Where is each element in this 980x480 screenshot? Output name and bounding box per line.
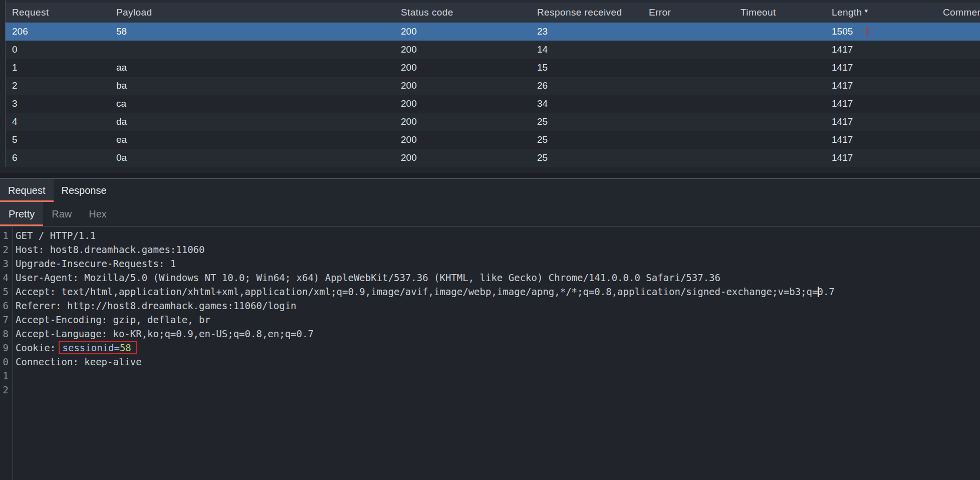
request-line-text: GET / HTTP/1.1 — [9, 230, 96, 241]
line-number: 3 — [0, 257, 9, 271]
column-header-request[interactable]: Request — [0, 7, 116, 18]
accept-header-text-after-caret: 0.7 — [817, 286, 834, 297]
request-line-text: Referer: http://host8.dreamhack.games:11… — [9, 300, 297, 311]
cell-received: 25 — [537, 152, 649, 163]
cell-status: 200 — [401, 44, 537, 55]
cookie-header-name: Cookie: — [16, 342, 62, 353]
line-number: 5 — [0, 285, 9, 299]
cell-payload: da — [116, 116, 401, 127]
request-line: 1GET / HTTP/1.1 — [0, 228, 980, 243]
table-body: 206 58 200 23 1505 0 200 14 1417 1 — [0, 23, 980, 167]
line-number: 1 — [0, 369, 9, 383]
cell-payload: ba — [116, 80, 401, 91]
request-line-text: Accept-Encoding: gzip, deflate, br — [9, 314, 210, 325]
text-caret — [818, 287, 819, 297]
subtab-pretty-label: Pretty — [9, 208, 35, 220]
tab-response[interactable]: Response — [54, 179, 115, 202]
cell-length: 1417 — [832, 116, 943, 127]
cell-request: 5 — [0, 134, 116, 145]
line-number: 2 — [0, 243, 9, 257]
column-header-received[interactable]: Response received — [537, 7, 649, 18]
request-line: 3Upgrade-Insecure-Requests: 1 — [0, 257, 980, 271]
cell-payload: aa — [116, 62, 401, 73]
cell-status: 200 — [401, 62, 537, 73]
request-line: 8Accept-Language: ko-KR,ko;q=0.9,en-US;q… — [0, 327, 980, 341]
request-line-text — [9, 384, 16, 395]
cell-request: 1 — [0, 62, 116, 73]
request-editor[interactable]: 1GET / HTTP/1.1 2Host: host8.dreamhack.g… — [0, 226, 980, 480]
view-mode-tab-bar: Pretty Raw Hex — [0, 202, 980, 226]
cell-length: 1417 — [832, 80, 943, 91]
line-number: 9 — [0, 341, 9, 355]
request-line: 1 — [0, 369, 980, 383]
request-line: 0Connection: keep-alive — [0, 355, 980, 369]
cell-request: 3 — [0, 98, 116, 109]
cell-status: 200 — [401, 98, 537, 109]
clipped-left-column-divider — [0, 0, 6, 167]
request-line-text: Accept-Language: ko-KR,ko;q=0.9,en-US;q=… — [9, 328, 314, 339]
column-header-error[interactable]: Error — [649, 7, 741, 18]
request-line-text: Host: host8.dreamhack.games:11060 — [9, 244, 205, 255]
cell-request: 206 — [0, 26, 116, 37]
table-header-row: Request Payload Status code Response rec… — [0, 3, 980, 23]
table-row[interactable]: 0 200 14 1417 — [0, 41, 980, 59]
cell-length: 1417 — [832, 98, 943, 109]
column-header-comment[interactable]: Comment — [943, 7, 980, 18]
table-row[interactable]: 4 da 200 25 1417 — [0, 113, 980, 131]
cell-received: 23 — [537, 26, 649, 37]
subtab-pretty[interactable]: Pretty — [0, 202, 43, 226]
line-number: 6 — [0, 299, 9, 313]
column-header-status[interactable]: Status code — [401, 7, 537, 18]
line-number: 0 — [0, 355, 9, 369]
request-line-text: Connection: keep-alive — [9, 356, 142, 367]
subtab-raw[interactable]: Raw — [43, 202, 80, 226]
sort-desc-icon: ▾ — [865, 7, 868, 15]
tab-response-label: Response — [62, 185, 107, 196]
intruder-results-window: Request Payload Status code Response rec… — [0, 0, 980, 480]
table-row[interactable]: 3 ca 200 34 1417 — [0, 95, 980, 113]
line-number: 2 — [0, 383, 9, 397]
request-line: 2 — [0, 383, 980, 397]
subtab-hex[interactable]: Hex — [80, 202, 115, 226]
request-line-text: User-Agent: Mozilla/5.0 (Windows NT 10.0… — [9, 272, 720, 283]
column-header-length-label: Length — [832, 7, 862, 18]
request-line-text: Upgrade-Insecure-Requests: 1 — [9, 258, 176, 269]
annotation-box-cookie: sessionid=58 — [59, 341, 137, 354]
line-number: 1 — [0, 228, 9, 243]
message-tab-bar: Request Response — [0, 179, 980, 202]
cookie-session-key: sessionid= — [63, 342, 120, 353]
request-line: 4User-Agent: Mozilla/5.0 (Windows NT 10.… — [0, 271, 980, 285]
table-row[interactable]: 5 ea 200 25 1417 — [0, 131, 980, 149]
gutter-divider — [13, 226, 13, 480]
request-lines: 1GET / HTTP/1.1 2Host: host8.dreamhack.g… — [0, 226, 980, 397]
column-header-length[interactable]: Length▾ — [832, 7, 943, 18]
cell-payload: 58 — [116, 26, 401, 37]
column-header-timeout[interactable]: Timeout — [741, 7, 832, 18]
cell-request: 4 — [0, 116, 116, 127]
subtab-raw-label: Raw — [52, 208, 72, 220]
cell-received: 25 — [537, 134, 649, 145]
request-line-text: Cookie: sessionid=58 — [9, 342, 137, 353]
cell-length: 1417 — [832, 134, 943, 145]
cell-received: 15 — [537, 62, 649, 73]
request-line-text: Accept: text/html,application/xhtml+xml,… — [9, 286, 835, 297]
results-table: Request Payload Status code Response rec… — [0, 0, 980, 173]
table-row[interactable]: 2 ba 200 26 1417 — [0, 77, 980, 95]
cell-received: 14 — [537, 44, 649, 55]
cell-received: 25 — [537, 116, 649, 127]
cell-payload: 0a — [116, 152, 401, 163]
tab-request[interactable]: Request — [0, 179, 54, 202]
line-number: 8 — [0, 327, 9, 341]
cookie-session-value: 58 — [120, 342, 131, 353]
column-header-payload[interactable]: Payload — [116, 7, 401, 18]
request-line: 6Referer: http://host8.dreamhack.games:1… — [0, 299, 980, 313]
cell-status: 200 — [401, 80, 537, 91]
table-row-selected[interactable]: 206 58 200 23 1505 — [0, 23, 980, 41]
cell-request: 0 — [0, 44, 116, 55]
table-row[interactable]: 1 aa 200 15 1417 — [0, 59, 980, 77]
accept-header-text: Accept: text/html,application/xhtml+xml,… — [16, 286, 818, 297]
tab-request-label: Request — [8, 185, 46, 196]
cell-status: 200 — [401, 152, 537, 163]
table-row[interactable]: 6 0a 200 25 1417 — [0, 149, 980, 167]
request-line-text — [9, 370, 16, 381]
